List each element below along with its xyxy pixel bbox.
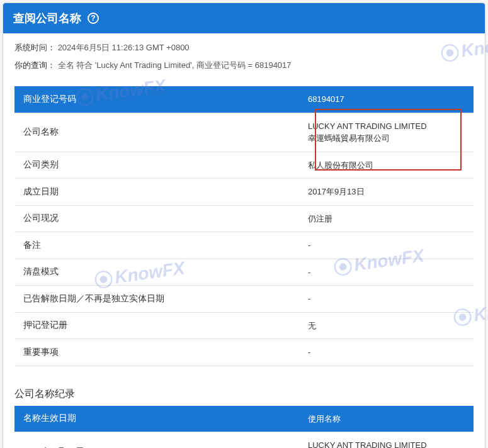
table-cell-value: -: [299, 339, 474, 366]
meta-section: 系统时间： 2024年6月5日 11:26:13 GMT +0800 你的查询：…: [3, 33, 485, 86]
table-row: 清盘模式-: [14, 259, 474, 286]
table-cell-label: 公司类别: [14, 152, 299, 179]
name-history-title: 公司名称纪录: [3, 379, 485, 406]
table-cell-value: 使用名称: [299, 406, 474, 432]
system-time-label: 系统时间：: [14, 43, 55, 52]
table-cell-label: 名称生效日期: [14, 406, 299, 432]
table-cell-label: 2017年9月13日: [14, 432, 299, 448]
table-cell-value: LUCKY ANT TRADING LIMITED幸運螞蟻貿易有限公司: [299, 432, 474, 448]
table-row: 成立日期2017年9月13日: [14, 179, 474, 206]
name-history-table: 名称生效日期使用名称2017年9月13日LUCKY ANT TRADING LI…: [14, 406, 474, 449]
help-icon[interactable]: ?: [88, 13, 99, 24]
table-cell-label: 清盘模式: [14, 259, 299, 286]
table-row: 商业登记号码68194017: [14, 86, 474, 113]
query-label: 你的查询：: [14, 60, 55, 70]
table-cell-label: 备注: [14, 232, 299, 259]
table-cell-label: 商业登记号码: [14, 86, 299, 113]
table-cell-label: 已告解散日期／不再是独立实体日期: [14, 286, 299, 312]
table-cell-label: 重要事项: [14, 339, 299, 366]
table-cell-value: 仍注册: [299, 206, 474, 232]
table-cell-value: -: [299, 259, 474, 286]
system-time-row: 系统时间： 2024年6月5日 11:26:13 GMT +0800: [14, 42, 474, 53]
table-cell-label: 公司名称: [14, 113, 299, 152]
table-row: 重要事项-: [14, 339, 474, 366]
company-info-panel: 查阅公司名称 ? 系统时间： 2024年6月5日 11:26:13 GMT +0…: [3, 3, 485, 448]
table-cell-value: 68194017: [299, 86, 474, 113]
table-row: 2017年9月13日LUCKY ANT TRADING LIMITED幸運螞蟻貿…: [14, 432, 474, 448]
table-cell-label: 押记登记册: [14, 313, 299, 339]
table-cell-value: -: [299, 286, 474, 312]
table-row: 已告解散日期／不再是独立实体日期-: [14, 286, 474, 313]
table-row: 备注-: [14, 232, 474, 259]
panel-header: 查阅公司名称 ?: [3, 3, 485, 33]
system-time-value: 2024年6月5日 11:26:13 GMT +0800: [58, 43, 190, 52]
table-row: 名称生效日期使用名称: [14, 406, 474, 433]
table-row: 押记登记册无: [14, 313, 474, 340]
table-row: 公司名称LUCKY ANT TRADING LIMITED幸運螞蟻貿易有限公司: [14, 113, 474, 152]
table-cell-label: 成立日期: [14, 179, 299, 205]
table-cell-value: 2017年9月13日: [299, 179, 474, 205]
table-cell-value: 私人股份有限公司: [299, 152, 474, 179]
company-details-table: 商业登记号码68194017公司名称LUCKY ANT TRADING LIMI…: [14, 86, 474, 366]
query-row: 你的查询： 全名 符合 'Lucky Ant Trading Limited',…: [14, 60, 474, 71]
table-row: 公司现况仍注册: [14, 206, 474, 233]
table-cell-value: 无: [299, 313, 474, 339]
table-cell-value: LUCKY ANT TRADING LIMITED幸運螞蟻貿易有限公司: [299, 113, 474, 152]
table-cell-value: -: [299, 232, 474, 259]
table-cell-label: 公司现况: [14, 206, 299, 232]
panel-title: 查阅公司名称: [13, 11, 81, 26]
table-row: 公司类别私人股份有限公司: [14, 152, 474, 179]
query-value: 全名 符合 'Lucky Ant Trading Limited', 商业登记号…: [58, 60, 292, 70]
